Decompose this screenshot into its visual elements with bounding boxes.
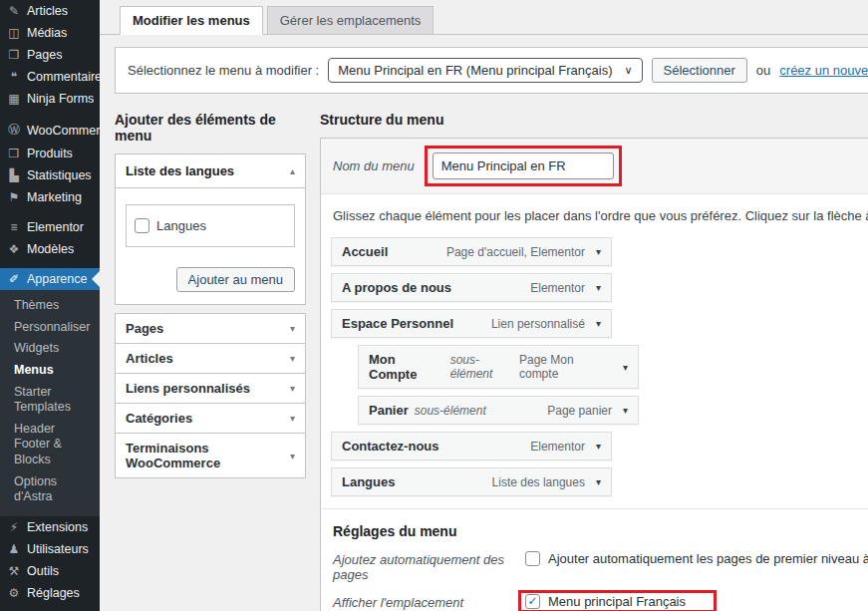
accordion-label: Liens personnalisés xyxy=(126,381,250,396)
menu-name-row: Nom du menu xyxy=(321,139,868,194)
sidebar-item-commentaires[interactable]: ❝ Commentaires xyxy=(0,66,100,88)
woocommerce-icon: Ⓦ xyxy=(7,122,21,139)
menu-structure-column: Structure du menu Nom du menu Glissez ch… xyxy=(320,108,868,611)
menu-select-label: Sélectionnez le menu à modifier : xyxy=(128,63,319,78)
comments-icon: ❝ xyxy=(7,70,21,84)
menu-name-input[interactable] xyxy=(433,153,614,179)
pages-icon: ❐ xyxy=(7,48,21,62)
sidebar-item-produits[interactable]: ❒ Produits xyxy=(0,143,100,164)
sidebar-item-label: Articles xyxy=(27,4,68,18)
sidebar-item-label: Commentaires xyxy=(27,70,100,84)
display-location-row: Afficher l'emplacement ✓ Menu principal … xyxy=(333,594,868,611)
menu-item-contactez-nous[interactable]: Contactez-nous Elementor ▾ xyxy=(331,432,612,460)
accordion-categories[interactable]: Catégories ▾ xyxy=(116,403,305,433)
add-menu-items-column: Ajouter des éléments de menu Liste des l… xyxy=(115,108,306,611)
templates-icon: ❖ xyxy=(7,242,21,256)
accordion-terminaisons-woocommerce[interactable]: Terminaisons WooCommerce ▾ xyxy=(116,433,305,477)
chevron-down-icon: ▾ xyxy=(290,413,295,424)
add-to-menu-button[interactable]: Ajouter au menu xyxy=(176,267,295,292)
menu-item-panier[interactable]: Panier sous-élément Page panier ▾ xyxy=(358,396,639,425)
accordion-pages[interactable]: Pages ▾ xyxy=(116,314,305,343)
submenu-item-themes[interactable]: Thèmes xyxy=(0,295,100,317)
drag-instructions-text: Glissez chaque élément pour les placer d… xyxy=(321,194,868,231)
sidebar-item-woocommerce[interactable]: Ⓦ WooCommerce xyxy=(0,118,100,143)
sidebar-item-label: Produits xyxy=(27,147,73,160)
sidebar-item-label: Modèles xyxy=(27,242,74,256)
accordion-liens-personnalises[interactable]: Liens personnalisés ▾ xyxy=(116,373,305,403)
sidebar-item-label: Marketing xyxy=(27,190,82,204)
chevron-down-icon[interactable]: ▾ xyxy=(596,246,601,257)
create-new-menu-link[interactable]: créez un nouveau menu xyxy=(779,63,868,78)
menu-select[interactable]: Menu Principal en FR (Menu principal Fra… xyxy=(328,58,642,83)
menu-item-mon-compte[interactable]: Mon Compte sous-élément Page Mon compte … xyxy=(358,345,639,389)
sidebar-item-reglages[interactable]: ⚙ Réglages xyxy=(0,582,100,604)
element-accordions: Pages ▾ Articles ▾ Liens personnalisés ▾… xyxy=(115,313,306,478)
menu-item-type: Page Mon compte xyxy=(519,353,612,381)
submenu-item-header-footer-blocks[interactable]: Header Footer & Blocks xyxy=(0,419,100,471)
chevron-down-icon[interactable]: ▾ xyxy=(623,405,628,416)
admin-sidebar: ✎ Articles ◫ Médias ❐ Pages ❝ Commentair… xyxy=(0,0,100,611)
sidebar-item-extensions[interactable]: ⚡ Extensions xyxy=(0,516,100,538)
language-list-panel-header[interactable]: Liste des langues ▴ xyxy=(116,154,305,188)
sidebar-item-label: Médias xyxy=(27,26,67,40)
select-menu-button[interactable]: Sélectionner xyxy=(652,58,747,83)
display-location-label: Afficher l'emplacement xyxy=(333,594,525,611)
menu-item-accueil[interactable]: Accueil Page d'accueil, Elementor ▾ xyxy=(331,237,612,266)
chevron-down-icon: ▾ xyxy=(290,353,295,364)
chevron-down-icon[interactable]: ▾ xyxy=(623,362,628,373)
tab-modifier-les-menus[interactable]: Modifier les menus xyxy=(120,6,263,35)
sidebar-item-utilisateurs[interactable]: ♟ Utilisateurs xyxy=(0,538,100,560)
sidebar-item-marketing[interactable]: ⚑ Marketing xyxy=(0,186,100,208)
auto-add-pages-row: Ajoutez automatiquement des pages Ajoute… xyxy=(333,551,868,582)
sidebar-item-label: WooCommerce xyxy=(27,124,100,138)
menu-structure-panel: Nom du menu Glissez chaque élément pour … xyxy=(320,138,868,611)
accordion-label: Pages xyxy=(126,321,163,336)
chevron-down-icon[interactable]: ▾ xyxy=(596,282,601,293)
auto-add-pages-checkbox[interactable] xyxy=(525,551,540,566)
accordion-articles[interactable]: Articles ▾ xyxy=(116,343,305,373)
submenu-item-options-astra[interactable]: Options d'Astra xyxy=(0,471,100,508)
tools-icon: ⚒ xyxy=(7,564,21,578)
submenu-item-widgets[interactable]: Widgets xyxy=(0,338,100,360)
sidebar-item-label: Apparence xyxy=(27,272,87,286)
submenu-item-personnaliser[interactable]: Personnaliser xyxy=(0,317,100,339)
accordion-label: Terminaisons WooCommerce xyxy=(126,441,290,470)
language-checkbox-list: Langues xyxy=(126,204,295,247)
sidebar-item-label: Outils xyxy=(27,564,59,578)
menu-item-espace-personnel[interactable]: Espace Personnel Lien personnalisé ▾ xyxy=(331,309,612,338)
chevron-down-icon[interactable]: ▾ xyxy=(596,441,601,452)
marketing-icon: ⚑ xyxy=(7,190,21,204)
menu-item-langues[interactable]: Langues Liste des langues ▾ xyxy=(331,467,612,496)
chevron-down-icon[interactable]: ▾ xyxy=(596,476,601,487)
accordion-label: Catégories xyxy=(126,411,192,426)
menu-items-list: Accueil Page d'accueil, Elementor ▾ A pr… xyxy=(321,231,868,496)
sidebar-item-medias[interactable]: ◫ Médias xyxy=(0,22,100,44)
menu-name-input-wrap xyxy=(433,153,614,179)
auto-add-pages-label: Ajoutez automatiquement des pages xyxy=(333,551,525,582)
chevron-down-icon: ▾ xyxy=(290,323,295,334)
sidebar-item-statistiques[interactable]: ▙ Statistiques xyxy=(0,164,100,186)
sidebar-item-elementor[interactable]: ≡ Elementor xyxy=(0,216,100,238)
sidebar-item-articles[interactable]: ✎ Articles xyxy=(0,0,100,22)
chevron-down-icon[interactable]: ▾ xyxy=(596,318,601,329)
list-item: Langues xyxy=(135,218,286,233)
submenu-item-menus[interactable]: Menus xyxy=(0,360,100,382)
sidebar-item-modeles[interactable]: ❖ Modèles xyxy=(0,238,100,260)
sidebar-item-outils[interactable]: ⚒ Outils xyxy=(0,560,100,582)
appearance-icon: ✐ xyxy=(7,272,21,286)
menu-item-type: Page panier xyxy=(547,404,612,418)
submenu-item-starter-templates[interactable]: Starter Templates xyxy=(0,382,100,419)
ninja-forms-icon: ▦ xyxy=(7,92,21,106)
langues-checkbox[interactable] xyxy=(135,218,149,233)
sidebar-item-label: Ninja Forms xyxy=(27,92,94,106)
sidebar-item-pages[interactable]: ❐ Pages xyxy=(0,44,100,66)
menu-item-type: Liste des langues xyxy=(492,475,585,489)
sidebar-item-apparence[interactable]: ✐ Apparence xyxy=(0,268,100,290)
statistics-icon: ▙ xyxy=(7,168,21,182)
sidebar-item-ninja-forms[interactable]: ▦ Ninja Forms xyxy=(0,88,100,110)
location-menu-principal-francais-checkbox[interactable]: ✓ xyxy=(525,594,540,609)
accordion-label: Articles xyxy=(126,351,173,366)
tab-gerer-les-emplacements[interactable]: Gérer les emplacements xyxy=(267,6,434,34)
sidebar-separator xyxy=(0,604,100,611)
menu-item-a-propos[interactable]: A propos de nous Elementor ▾ xyxy=(331,273,612,302)
